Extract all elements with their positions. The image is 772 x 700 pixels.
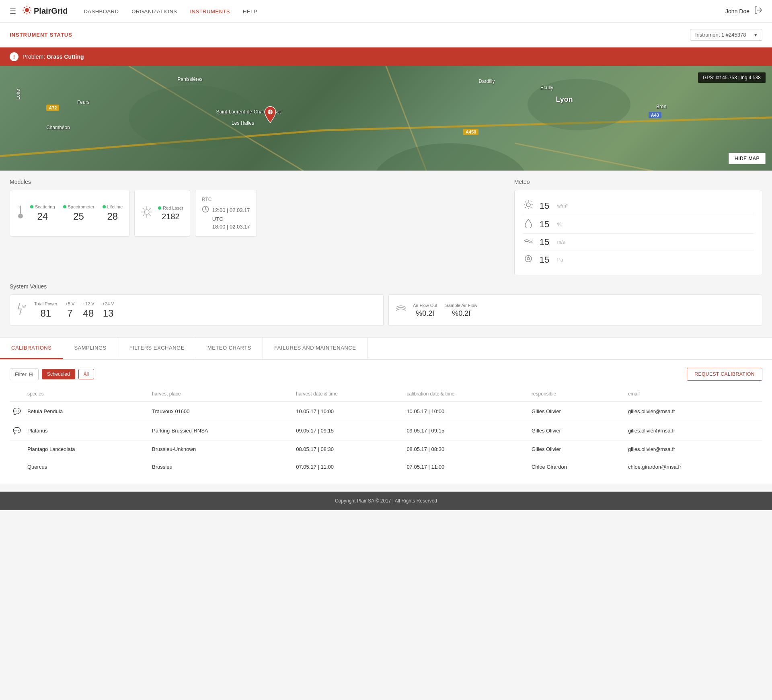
nav-organizations[interactable]: ORGANIZATIONS bbox=[131, 8, 177, 14]
hide-map-button[interactable]: HIDE MAP bbox=[729, 153, 766, 164]
row-harvest-place: Brussieu-Unknown bbox=[149, 441, 293, 458]
rtc-value-2: 18:00 | 02.03.17 bbox=[212, 224, 250, 230]
nav-instruments[interactable]: INSTRUMENTS bbox=[190, 8, 230, 14]
metric-12v: +12 V 48 bbox=[82, 301, 94, 319]
all-tag-button[interactable]: All bbox=[78, 369, 94, 379]
tab-calibrations[interactable]: CALIBRATIONS bbox=[0, 338, 63, 359]
data-section: Modules °C Scattering 24 bbox=[0, 171, 772, 283]
table-row: 💬 Betula Pendula Trauvoux 01600 10.05.17… bbox=[10, 402, 762, 421]
row-calibration-date: 10.05.17 | 10:00 bbox=[403, 402, 528, 421]
12v-value: 48 bbox=[82, 308, 94, 319]
meteo-card: 15 w/m² 15 % 15 bbox=[514, 190, 762, 275]
col-species: species bbox=[24, 389, 149, 402]
instrument-status-label: INSTRUMENT STATUS bbox=[10, 32, 72, 38]
map-label-loire: Loire bbox=[15, 89, 21, 100]
row-harvest-date: 09.05.17 | 09:15 bbox=[293, 421, 403, 441]
metric-red-laser: Red Laser 2182 bbox=[158, 206, 183, 221]
metric-5v: +5 V 7 bbox=[65, 301, 74, 319]
map-container: Dardilly Lyon Écully Bron Panissières Sa… bbox=[0, 66, 772, 171]
tabs-bar: CALIBRATIONS SAMPLINGS FILTERS EXCHANGE … bbox=[0, 338, 772, 360]
metric-24v: +24 V 13 bbox=[102, 301, 114, 319]
row-calibration-date: 08.05.17 | 08:30 bbox=[403, 441, 528, 458]
col-responsible: responsible bbox=[528, 389, 625, 402]
meteo-block: Meteo 15 w/m² bbox=[514, 179, 762, 275]
footer: Copyright Plair SA © 2017 | All Rights R… bbox=[0, 492, 772, 510]
filter-group: Filter ⊞ Scheduled All bbox=[10, 369, 94, 380]
svg-line-35 bbox=[205, 209, 207, 210]
row-email: gilles.olivier@rnsa.fr bbox=[625, 421, 762, 441]
svg-text:W: W bbox=[22, 305, 26, 309]
svg-point-22 bbox=[18, 214, 23, 218]
alert-text: Problem: Grass Cutting bbox=[23, 54, 84, 60]
nav-help[interactable]: HELP bbox=[243, 8, 257, 14]
svg-text:°C: °C bbox=[18, 206, 21, 208]
message-icon[interactable]: 💬 bbox=[13, 427, 21, 434]
svg-point-15 bbox=[129, 85, 257, 150]
row-responsible: Gilles Olivier bbox=[528, 441, 625, 458]
instrument-selector[interactable]: Instrument 1 #245378 ▾ bbox=[690, 29, 762, 41]
row-responsible: Gilles Olivier bbox=[528, 402, 625, 421]
row-species: Plantago Lanceolata bbox=[24, 441, 149, 458]
tab-samplings[interactable]: SAMPLINGS bbox=[63, 338, 118, 359]
nav-links: DASHBOARD ORGANIZATIONS INSTRUMENTS HELP bbox=[84, 8, 257, 14]
modules-title: Modules bbox=[10, 179, 506, 185]
total-power-value: 81 bbox=[34, 308, 57, 319]
row-email: chloe.girardon@rnsa.fr bbox=[625, 458, 762, 476]
map-label-lyon: Lyon bbox=[556, 95, 573, 104]
flow-metrics: Air Flow Out %0.2f Sample Air Flow %0.2f bbox=[413, 303, 477, 318]
wind-icon bbox=[523, 237, 534, 247]
meteo-pressure-unit: Pa bbox=[557, 257, 563, 263]
flow-icon bbox=[395, 303, 407, 317]
metric-sample-air-flow: Sample Air Flow %0.2f bbox=[446, 303, 477, 318]
svg-line-29 bbox=[143, 208, 144, 210]
table-row: 💬 Platanus Parking-Brussieu-RNSA 09.05.1… bbox=[10, 421, 762, 441]
map-label-chamb: Chambéon bbox=[46, 125, 70, 130]
modules-block: Modules °C Scattering 24 bbox=[10, 179, 506, 275]
map-label-les-halles: Les Halles bbox=[232, 120, 254, 126]
meteo-row-sun: 15 w/m² bbox=[523, 197, 754, 215]
hamburger-icon[interactable]: ☰ bbox=[10, 7, 16, 16]
meteo-wind-value: 15 bbox=[540, 237, 552, 247]
metric-scattering-value: 24 bbox=[30, 211, 55, 222]
svg-line-5 bbox=[24, 7, 25, 8]
row-email: gilles.olivier@rnsa.fr bbox=[625, 402, 762, 421]
row-species: Betula Pendula bbox=[24, 402, 149, 421]
metric-scattering: Scattering 24 bbox=[30, 204, 55, 222]
svg-line-31 bbox=[149, 208, 151, 210]
row-harvest-place: Trauvoux 01600 bbox=[149, 402, 293, 421]
rtc-row-2: UTC bbox=[202, 216, 223, 222]
message-icon[interactable]: 💬 bbox=[13, 408, 21, 415]
scheduled-tag-button[interactable]: Scheduled bbox=[42, 369, 75, 379]
logout-icon[interactable] bbox=[754, 6, 762, 16]
system-card-flow: Air Flow Out %0.2f Sample Air Flow %0.2f bbox=[388, 294, 762, 326]
row-harvest-date: 07.05.17 | 11:00 bbox=[293, 458, 403, 476]
svg-line-32 bbox=[143, 214, 144, 216]
tab-failures-maintenance[interactable]: FAILURES AND MAINTENANCE bbox=[263, 338, 368, 359]
tab-filters-exchange[interactable]: FILTERS EXCHANGE bbox=[118, 338, 196, 359]
sun-icon bbox=[523, 200, 534, 212]
pressure-icon bbox=[523, 254, 534, 265]
svg-line-42 bbox=[531, 207, 532, 208]
logo-text: PlairGrid bbox=[34, 6, 68, 16]
gps-badge: GPS: lat 45.753 | lng 4.538 bbox=[698, 72, 766, 83]
tab-meteo-charts[interactable]: METEO CHARTS bbox=[196, 338, 263, 359]
map-label-dardilly: Dardilly bbox=[478, 78, 495, 84]
nav-dashboard[interactable]: DASHBOARD bbox=[84, 8, 119, 14]
alert-banner: ! Problem: Grass Cutting bbox=[0, 47, 772, 66]
row-calibration-date: 09.05.17 | 09:15 bbox=[403, 421, 528, 441]
meteo-row-pressure: 15 Pa bbox=[523, 251, 754, 268]
map-label-panissieres: Panissières bbox=[178, 76, 203, 82]
clock-icon bbox=[202, 206, 209, 214]
5v-value: 7 bbox=[65, 308, 74, 319]
module-card-2: Red Laser 2182 bbox=[134, 190, 190, 237]
request-calibration-button[interactable]: REQUEST CALIBRATION bbox=[687, 368, 762, 381]
logo-icon bbox=[23, 6, 31, 16]
filter-button[interactable]: Filter ⊞ bbox=[10, 369, 39, 380]
metric-spectrometer: Spectrometer 25 bbox=[63, 204, 94, 222]
road-badge-a72: A72 bbox=[46, 105, 59, 111]
rtc-utc: UTC bbox=[212, 216, 223, 222]
chevron-down-icon: ▾ bbox=[754, 32, 757, 38]
row-email: gilles.olivier@rnsa.fr bbox=[625, 441, 762, 458]
module-metrics-1: Scattering 24 Spectrometer 25 Lifetime 2… bbox=[30, 204, 123, 222]
calib-toolbar: Filter ⊞ Scheduled All REQUEST CALIBRATI… bbox=[10, 368, 762, 381]
